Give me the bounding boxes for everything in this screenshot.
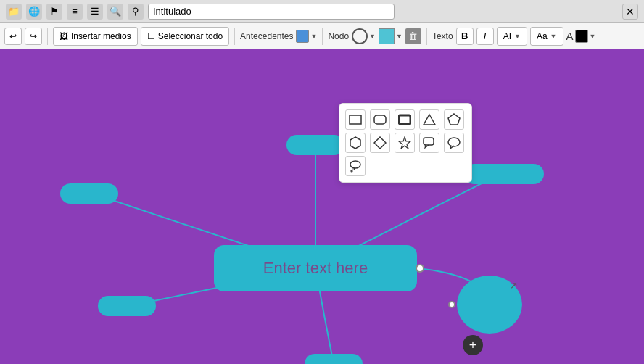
ellipse-node[interactable]: ↗: [457, 276, 522, 334]
select-all-label: Seleccionar todo: [158, 31, 223, 41]
node-top[interactable]: [286, 135, 344, 155]
folder-icon[interactable]: 📁: [6, 4, 22, 20]
separator: [47, 28, 48, 45]
svg-rect-8: [424, 138, 434, 145]
nodo-shape-preview[interactable]: [352, 28, 368, 44]
antecedentes-dropdown-arrow[interactable]: ▼: [310, 33, 317, 40]
node-bottom-left[interactable]: [98, 296, 156, 316]
search-icon[interactable]: 🔍: [107, 4, 123, 20]
text-color-group: A ▼: [566, 30, 596, 43]
antecedentes-color-group: ▼: [296, 30, 317, 43]
shape-star[interactable]: [395, 133, 415, 153]
toolbar: ↩ ↪ 🖼 Insertar medios ☐ Seleccionar todo…: [0, 23, 644, 49]
svg-marker-6: [374, 137, 386, 149]
title-input[interactable]: [148, 4, 395, 20]
text-color-arrow[interactable]: ▼: [590, 33, 596, 40]
italic-button[interactable]: I: [476, 28, 494, 45]
svg-marker-7: [399, 137, 410, 149]
insert-media-icon: 🖼: [59, 31, 68, 41]
svg-rect-2: [399, 115, 410, 124]
font-size-arrow[interactable]: ▼: [550, 33, 557, 40]
separator3: [322, 28, 323, 45]
ai-label: AI: [503, 31, 511, 41]
svg-point-10: [350, 161, 360, 168]
list2-icon[interactable]: ☰: [87, 4, 103, 20]
bold-button[interactable]: B: [456, 28, 474, 45]
texto-label: Texto: [432, 31, 453, 41]
text-color-swatch[interactable]: [575, 30, 588, 43]
shape-rectangle[interactable]: [345, 109, 366, 130]
close-button[interactable]: ✕: [622, 4, 638, 20]
nodo-shape-arrow[interactable]: ▼: [369, 33, 376, 40]
center-node[interactable]: Enter text here: [214, 245, 417, 291]
svg-rect-1: [374, 115, 386, 124]
center-node-handle[interactable]: [416, 264, 424, 273]
web-icon[interactable]: 🌐: [26, 4, 42, 20]
ellipse-resize-handle[interactable]: ↗: [510, 280, 518, 291]
node-bottom[interactable]: [305, 354, 363, 364]
svg-marker-4: [448, 114, 460, 125]
shape-thought-bubble[interactable]: [345, 156, 366, 176]
svg-marker-5: [350, 137, 360, 149]
node-top-left[interactable]: [60, 183, 118, 204]
shape-hexagon[interactable]: [345, 133, 366, 153]
shape-speech-bubble[interactable]: [419, 133, 439, 153]
nodo-shape-group: ▼: [352, 28, 376, 44]
shape-thick-rect[interactable]: [395, 109, 415, 130]
add-node-button[interactable]: +: [463, 335, 483, 355]
mind-map-connections: [0, 49, 644, 364]
nodo-fill-preview[interactable]: [379, 28, 395, 44]
font-size-label: Aa: [537, 31, 548, 41]
flag-icon[interactable]: ⚑: [46, 4, 62, 20]
separator2: [234, 28, 235, 45]
ai-arrow[interactable]: ▼: [514, 33, 521, 40]
separator4: [426, 28, 427, 45]
shape-diamond[interactable]: [370, 133, 390, 153]
center-node-text: Enter text here: [263, 259, 368, 278]
antecedentes-label: Antecedentes: [240, 31, 293, 41]
svg-point-11: [352, 168, 355, 170]
mind-map-canvas[interactable]: Enter text here ↗ +: [0, 49, 644, 364]
search2-icon[interactable]: ⚲: [128, 4, 144, 20]
list-icon[interactable]: ≡: [67, 4, 83, 20]
insert-media-button[interactable]: 🖼 Insertar medios: [53, 27, 138, 46]
text-color-label: A: [566, 30, 574, 42]
nodo-fill-group: ▼: [379, 28, 402, 44]
node-right-top[interactable]: [464, 164, 544, 184]
redo-button[interactable]: ↪: [25, 28, 42, 45]
svg-marker-3: [424, 115, 435, 125]
insert-media-label: Insertar medios: [71, 31, 131, 41]
undo-button[interactable]: ↩: [4, 28, 22, 45]
delete-button[interactable]: 🗑: [405, 28, 421, 44]
svg-point-12: [351, 170, 352, 172]
shape-pentagon[interactable]: [444, 109, 464, 130]
shape-panel: [339, 103, 472, 183]
add-icon: +: [469, 338, 477, 353]
nodo-label: Nodo: [328, 31, 349, 41]
svg-rect-0: [350, 115, 361, 124]
shape-rounded-rect[interactable]: [370, 109, 390, 130]
shape-round-speech[interactable]: [444, 133, 464, 153]
antecedentes-color-swatch[interactable]: [296, 30, 309, 43]
ellipse-connection-handle[interactable]: [448, 301, 455, 308]
select-all-button[interactable]: ☐ Seleccionar todo: [141, 27, 229, 46]
nodo-fill-arrow[interactable]: ▼: [396, 33, 402, 40]
shape-triangle[interactable]: [419, 109, 439, 130]
ai-button[interactable]: AI ▼: [497, 27, 527, 46]
svg-point-9: [448, 138, 460, 146]
font-size-button[interactable]: Aa ▼: [530, 27, 564, 46]
select-checkbox-icon: ☐: [147, 31, 155, 41]
title-bar: 📁 🌐 ⚑ ≡ ☰ 🔍 ⚲ ✕: [0, 0, 644, 23]
